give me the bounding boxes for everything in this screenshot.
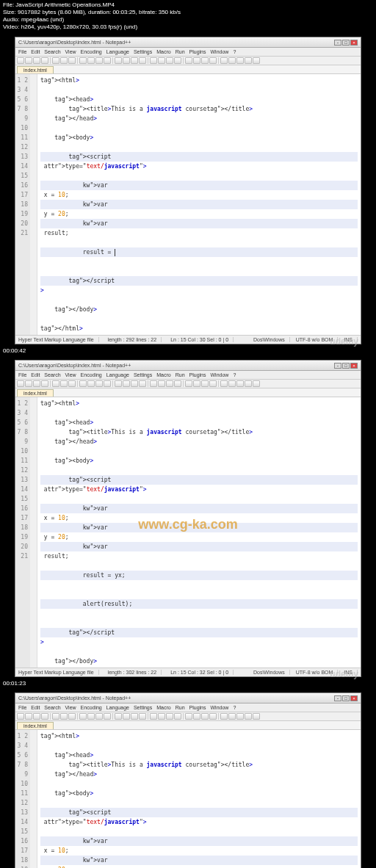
toolbar-button[interactable] [150,380,157,387]
toolbar-button[interactable] [17,57,24,64]
toolbar-button[interactable] [41,380,48,387]
toolbar-button[interactable] [174,380,181,387]
menu-item-edit[interactable]: Edit [31,49,40,54]
toolbar-button[interactable] [52,380,59,387]
maximize-button[interactable]: □ [342,695,350,701]
menu-item-language[interactable]: Language [106,372,129,377]
menu-item-file[interactable]: File [18,49,26,54]
toolbar-button[interactable] [104,380,111,387]
toolbar-button[interactable] [185,57,192,64]
toolbar-button[interactable] [193,713,200,720]
menu-item-settings[interactable]: Settings [134,705,152,710]
toolbar-button[interactable] [95,713,103,720]
toolbar-button[interactable] [68,57,76,64]
menu-item-language[interactable]: Language [106,49,129,54]
toolbar-button[interactable] [201,380,209,387]
file-tab[interactable]: index.html [17,722,54,729]
menu-item-edit[interactable]: Edit [31,705,40,710]
menu-item-search[interactable]: Search [44,372,60,377]
toolbar-button[interactable] [25,380,32,387]
menu-item-view[interactable]: View [65,372,76,377]
menu-item-language[interactable]: Language [106,705,129,710]
menu-item-edit[interactable]: Edit [31,372,40,377]
toolbar-button[interactable] [115,713,122,720]
toolbar-button[interactable] [68,380,76,387]
maximize-button[interactable]: □ [342,363,350,369]
toolbar-button[interactable] [209,57,217,64]
toolbar-button[interactable] [41,713,48,720]
titlebar[interactable]: C:\Users\aragon\Desktop\index.html - Not… [15,37,361,48]
toolbar-button[interactable] [220,57,228,64]
menu-item-encoding[interactable]: Encoding [81,705,102,710]
toolbar-button[interactable] [60,713,68,720]
toolbar-button[interactable] [123,57,130,64]
toolbar-button[interactable] [60,380,68,387]
toolbar-button[interactable] [87,713,95,720]
toolbar-button[interactable] [209,380,217,387]
code-editor[interactable]: 1 2 3 4 5 6 7 8 9 10 11 12 13 14 15 16 1… [15,74,361,335]
menu-item-run[interactable]: Run [176,372,185,377]
toolbar-button[interactable] [193,57,200,64]
menu-item-window[interactable]: Window [211,372,229,377]
menu-item-plugins[interactable]: Plugins [189,372,206,377]
toolbar-button[interactable] [104,57,111,64]
menu-item-plugins[interactable]: Plugins [189,49,206,54]
code-content[interactable]: tag"><html> tag"><head> tag"><title>This… [37,730,361,868]
toolbar-button[interactable] [245,713,252,720]
toolbar-button[interactable] [220,380,228,387]
toolbar-button[interactable] [166,380,173,387]
menu-item-view[interactable]: View [65,49,76,54]
toolbar-button[interactable] [228,380,236,387]
toolbar-button[interactable] [158,713,165,720]
file-tab[interactable]: index.html [17,389,54,397]
menu-item-settings[interactable]: Settings [134,49,152,54]
toolbar-button[interactable] [158,380,165,387]
toolbar-button[interactable] [253,57,260,64]
toolbar-button[interactable] [33,380,40,387]
toolbar-button[interactable] [185,380,192,387]
code-content[interactable]: tag"><html> tag"><head> tag"><title>This… [37,397,361,668]
toolbar-button[interactable] [166,713,173,720]
file-tab[interactable]: index.html [17,66,54,73]
toolbar-button[interactable] [123,713,130,720]
toolbar-button[interactable] [79,713,87,720]
toolbar-button[interactable] [245,380,252,387]
menu-item-window[interactable]: Window [211,49,229,54]
menu-item-plugins[interactable]: Plugins [189,705,206,710]
close-button[interactable]: × [350,40,358,46]
menu-item-encoding[interactable]: Encoding [81,49,102,54]
toolbar-button[interactable] [79,57,87,64]
minimize-button[interactable]: - [334,695,341,701]
menu-item-macro[interactable]: Macro [156,49,170,54]
toolbar-button[interactable] [131,380,138,387]
close-button[interactable]: × [350,695,358,701]
close-button[interactable]: × [350,363,358,369]
toolbar-button[interactable] [253,380,260,387]
maximize-button[interactable]: □ [342,40,350,46]
toolbar-button[interactable] [52,713,59,720]
toolbar-button[interactable] [95,380,103,387]
toolbar-button[interactable] [79,380,87,387]
toolbar-button[interactable] [139,57,146,64]
toolbar-button[interactable] [228,713,236,720]
toolbar-button[interactable] [193,380,200,387]
menu-item-run[interactable]: Run [176,705,185,710]
toolbar-button[interactable] [174,57,181,64]
menu-item-macro[interactable]: Macro [156,372,170,377]
toolbar-button[interactable] [150,57,157,64]
toolbar-button[interactable] [41,57,48,64]
titlebar[interactable]: C:\Users\aragon\Desktop\index.html - Not… [15,693,361,704]
toolbar-button[interactable] [25,713,32,720]
menu-item-run[interactable]: Run [176,49,185,54]
toolbar-button[interactable] [201,713,209,720]
menu-item-encoding[interactable]: Encoding [81,372,102,377]
menu-item-?[interactable]: ? [233,49,236,54]
toolbar-button[interactable] [201,57,209,64]
toolbar-button[interactable] [115,57,122,64]
toolbar-button[interactable] [174,713,181,720]
toolbar-button[interactable] [104,713,111,720]
fold-gutter[interactable] [30,74,37,335]
menu-item-file[interactable]: File [18,372,26,377]
toolbar-button[interactable] [236,713,244,720]
toolbar-button[interactable] [115,380,122,387]
